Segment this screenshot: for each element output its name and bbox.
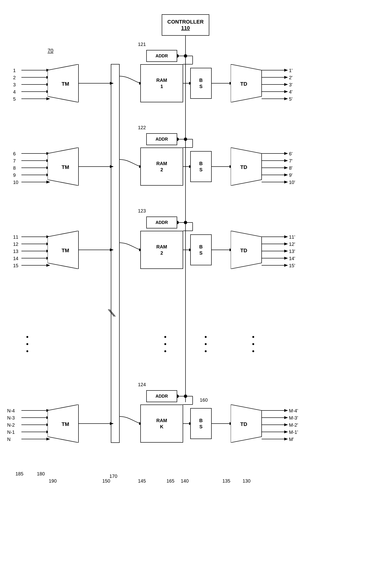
ref-122: 122 bbox=[138, 125, 146, 130]
input-12: 12 bbox=[13, 242, 18, 247]
ref-190: 190 bbox=[49, 478, 57, 484]
output-6p: 6' bbox=[289, 151, 292, 157]
input-9: 9 bbox=[13, 172, 16, 178]
input-n4: N-4 bbox=[7, 408, 15, 414]
ref-185: 185 bbox=[15, 471, 23, 477]
diagram: CONTROLLER 110 ADDR ADDR ADDR ADDR RAM1 … bbox=[0, 0, 376, 588]
ref-135: 135 bbox=[222, 478, 230, 484]
ellipsis-mid3: • bbox=[164, 347, 167, 355]
ram-block-3: RAM2 bbox=[140, 231, 183, 269]
svg-marker-125 bbox=[284, 430, 288, 433]
svg-text:TD: TD bbox=[240, 421, 247, 427]
input-6: 6 bbox=[13, 151, 16, 157]
input-11: 11 bbox=[13, 234, 18, 240]
ref-160: 160 bbox=[200, 397, 208, 403]
input-10: 10 bbox=[13, 180, 18, 185]
addr2-label: ADDR bbox=[156, 137, 168, 142]
svg-marker-117 bbox=[284, 264, 288, 267]
input-3: 3 bbox=[13, 82, 16, 87]
ref-130: 130 bbox=[243, 478, 251, 484]
svg-text:TM: TM bbox=[62, 81, 69, 87]
input-14: 14 bbox=[13, 256, 18, 261]
bs-block-1: BS bbox=[190, 68, 212, 99]
controller-block: CONTROLLER 110 bbox=[162, 14, 209, 36]
ellipsis-right1: • bbox=[205, 333, 207, 341]
output-9p: 9' bbox=[289, 172, 292, 178]
input-15: 15 bbox=[13, 263, 18, 268]
output-7p: 7' bbox=[289, 158, 292, 164]
svg-marker-93 bbox=[284, 83, 288, 86]
output-8p: 8' bbox=[289, 165, 292, 171]
svg-marker-95 bbox=[284, 90, 288, 93]
svg-point-132 bbox=[184, 221, 187, 224]
ellipsis-far-right2: • bbox=[252, 340, 254, 348]
svg-marker-105 bbox=[284, 173, 288, 176]
svg-marker-97 bbox=[284, 97, 288, 100]
td-block-4: TD bbox=[231, 405, 264, 443]
svg-marker-115 bbox=[284, 257, 288, 260]
tm-block-2: TM bbox=[48, 148, 81, 186]
svg-marker-109 bbox=[284, 235, 288, 238]
output-10p: 10' bbox=[289, 180, 295, 185]
output-12p: 12' bbox=[289, 242, 295, 247]
svg-point-131 bbox=[184, 138, 187, 141]
td-block-1: TD bbox=[231, 64, 264, 102]
addr-block-2: ADDR bbox=[146, 133, 177, 145]
input-n3: N-3 bbox=[7, 415, 15, 421]
ellipsis-left2: • bbox=[26, 340, 29, 348]
bs-block-4: BS bbox=[190, 408, 212, 439]
svg-marker-121 bbox=[284, 416, 288, 419]
svg-marker-111 bbox=[284, 243, 288, 245]
output-11p: 11' bbox=[289, 234, 295, 240]
svg-point-130 bbox=[184, 54, 187, 58]
ref-150: 150 bbox=[102, 478, 110, 484]
output-m1p: M-1' bbox=[289, 429, 298, 435]
svg-line-128 bbox=[108, 309, 114, 317]
output-5p: 5' bbox=[289, 96, 292, 102]
ram-block-2: RAM2 bbox=[140, 148, 183, 186]
svg-marker-107 bbox=[284, 181, 288, 183]
svg-marker-119 bbox=[284, 409, 288, 412]
addr-block-1: ADDR bbox=[146, 50, 177, 62]
td-block-3: TD bbox=[231, 231, 264, 269]
tm-block-1: TM bbox=[48, 64, 81, 102]
ref-140: 140 bbox=[181, 478, 188, 484]
ref-180: 180 bbox=[37, 471, 45, 477]
ref-121: 121 bbox=[138, 42, 146, 47]
output-2p: 2' bbox=[289, 75, 292, 80]
ellipsis-far-right1: • bbox=[252, 333, 254, 341]
tm-block-4: TM bbox=[48, 405, 81, 443]
input-13: 13 bbox=[13, 249, 18, 254]
input-8: 8 bbox=[13, 165, 16, 171]
controller-label-line1: CONTROLLER bbox=[167, 19, 204, 25]
ellipsis-far-right3: • bbox=[252, 347, 254, 355]
ellipsis-left3: • bbox=[26, 347, 29, 355]
tm-block-3: TM bbox=[48, 231, 81, 269]
output-14p: 14' bbox=[289, 256, 295, 261]
input-4: 4 bbox=[13, 89, 16, 95]
input-n1: N-1 bbox=[7, 429, 15, 435]
output-m3p: M-3' bbox=[289, 415, 298, 421]
svg-marker-99 bbox=[284, 152, 288, 155]
svg-marker-113 bbox=[284, 250, 288, 253]
addr3-label: ADDR bbox=[156, 220, 168, 225]
output-4p: 4' bbox=[289, 89, 292, 95]
svg-marker-21 bbox=[110, 82, 114, 85]
svg-marker-91 bbox=[284, 76, 288, 79]
input-7: 7 bbox=[13, 158, 16, 164]
bs-block-2: BS bbox=[190, 151, 212, 182]
svg-text:TD: TD bbox=[240, 247, 247, 253]
svg-text:TM: TM bbox=[62, 247, 69, 253]
svg-marker-123 bbox=[284, 423, 288, 426]
input-n: N bbox=[7, 437, 10, 442]
output-m4p: M-4' bbox=[289, 408, 298, 414]
output-13p: 13' bbox=[289, 249, 295, 254]
addr4-label: ADDR bbox=[156, 394, 168, 399]
svg-text:TM: TM bbox=[62, 421, 69, 427]
output-m2p: M-2' bbox=[289, 422, 298, 428]
ellipsis-right2: • bbox=[205, 340, 207, 348]
svg-marker-103 bbox=[284, 166, 288, 169]
ref-145: 145 bbox=[138, 478, 146, 484]
output-mp: M' bbox=[289, 437, 294, 442]
addr-block-3: ADDR bbox=[146, 216, 177, 228]
